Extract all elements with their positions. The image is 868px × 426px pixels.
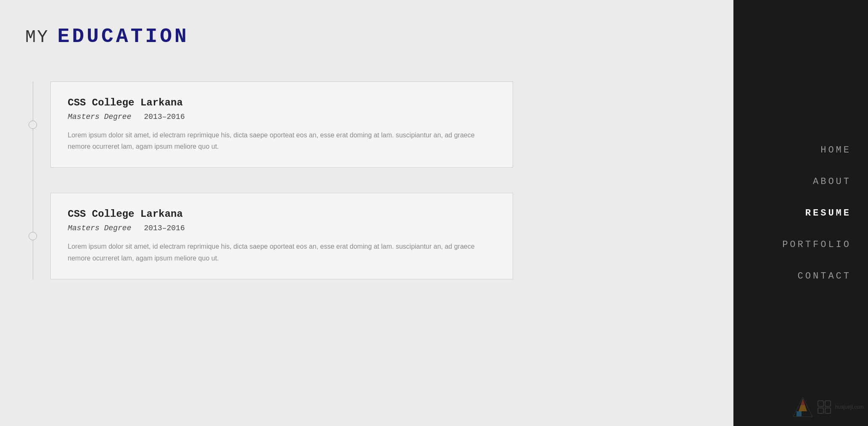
nav-item-about[interactable]: ABOUT	[813, 176, 851, 187]
nav-item-home[interactable]: HOME	[820, 145, 851, 155]
card-degree-2: Masters Degree	[68, 224, 131, 232]
timeline-item-1: CSS College Larkana Masters Degree 2013–…	[50, 82, 708, 168]
sidebar: HOME ABOUT RESUME PORTFOLIO CONTACT huaj…	[733, 0, 868, 426]
page-title-wrapper: MY EDUCATION	[25, 25, 708, 48]
watermark-shape-icon	[792, 397, 813, 418]
nav-item-portfolio[interactable]: PORTFOLIO	[782, 239, 851, 250]
card-years-2: 2013–2016	[144, 224, 185, 232]
timeline-item-2: CSS College Larkana Masters Degree 2013–…	[50, 193, 708, 279]
timeline-circle-2	[29, 232, 37, 240]
svg-marker-1	[801, 399, 805, 405]
svg-marker-2	[799, 405, 807, 411]
sidebar-watermark: huajuejt.com	[792, 397, 864, 418]
nav-item-contact[interactable]: CONTACT	[798, 271, 851, 281]
card-title-1: CSS College Larkana	[68, 97, 496, 108]
card-description-1: Lorem ipsum dolor sit amet, id electram …	[68, 129, 496, 152]
nav-item-resume[interactable]: RESUME	[805, 208, 851, 218]
title-education: EDUCATION	[57, 25, 189, 48]
card-title-2: CSS College Larkana	[68, 208, 496, 220]
svg-rect-4	[818, 401, 823, 406]
education-timeline: CSS College Larkana Masters Degree 2013–…	[25, 82, 708, 279]
education-card-2: CSS College Larkana Masters Degree 2013–…	[50, 193, 513, 279]
education-card-1: CSS College Larkana Masters Degree 2013–…	[50, 82, 513, 168]
card-degree-1: Masters Degree	[68, 113, 131, 121]
card-description-2: Lorem ipsum dolor sit amet, id electram …	[68, 241, 496, 263]
svg-rect-6	[818, 408, 823, 413]
svg-rect-5	[825, 401, 831, 406]
watermark-text: huajuejt.com	[835, 404, 864, 410]
card-years-1: 2013–2016	[144, 113, 185, 121]
card-meta-1: Masters Degree 2013–2016	[68, 113, 496, 121]
card-meta-2: Masters Degree 2013–2016	[68, 224, 496, 232]
watermark-puzzle-icon	[816, 399, 833, 415]
svg-rect-3	[797, 411, 802, 416]
timeline-circle-1	[29, 121, 37, 129]
svg-rect-7	[825, 408, 831, 413]
main-content: MY EDUCATION CSS College Larkana Masters…	[0, 0, 733, 426]
title-my: MY	[25, 27, 49, 47]
